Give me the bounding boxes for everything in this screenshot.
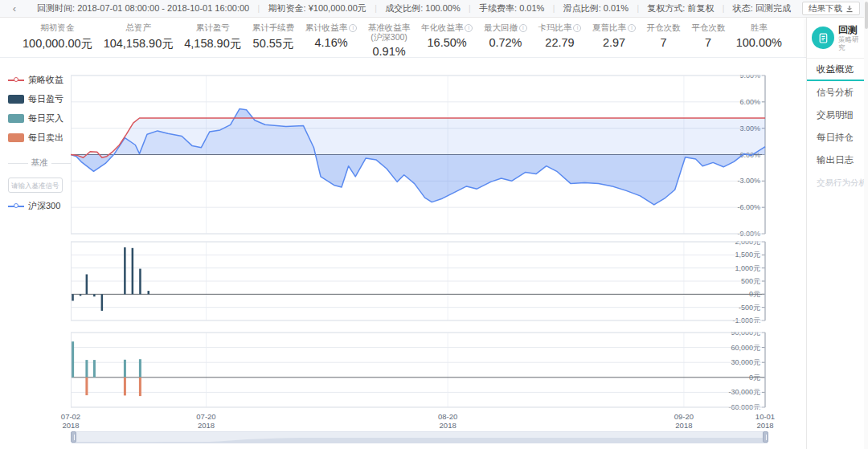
datazoom-left-handle[interactable] — [71, 431, 76, 443]
returns-chart[interactable]: 9.00%6.00%3.00%0.00%-3.00%-6.00%-9.00% — [71, 75, 797, 236]
benchmark-divider: 基准 — [8, 157, 71, 169]
stat-item: 开仓次数7 — [647, 22, 681, 57]
y-tick-label: 0元 — [749, 373, 760, 382]
y-tick-label: -500元 — [739, 304, 760, 312]
legend-label: 每日卖出 — [28, 132, 63, 144]
stat-label: 最大回撤i — [484, 22, 527, 33]
sidebar-item-每日持仓[interactable]: 每日持仓 — [807, 126, 864, 149]
topbar-param: 状态: 回测完成 — [733, 2, 791, 14]
bar-每日买入 — [93, 360, 96, 378]
topbar-param-value: 回测完成 — [755, 3, 791, 13]
stat-sublabel: (沪深300) — [371, 33, 407, 42]
y-tick-label: 1,000元 — [735, 264, 760, 272]
topbar-param-value: 100.00% — [425, 3, 460, 13]
legend-item-每日盈亏[interactable]: 每日盈亏 — [8, 93, 71, 105]
info-icon[interactable]: i — [628, 24, 636, 32]
legend-item-策略收益[interactable]: 策略收益 — [8, 74, 71, 86]
vertical-scrollbar[interactable] — [864, 0, 868, 449]
stat-label: 开仓次数 — [647, 22, 681, 33]
sidebar-menu: 收益概览信号分析交易明细每日持仓输出日志交易行为分析 — [807, 59, 864, 194]
stat-item: 最大回撤i0.72% — [484, 22, 527, 57]
stat-label: 夏普比率i — [592, 22, 636, 33]
info-icon[interactable]: i — [465, 24, 473, 32]
stat-label: 累计手续费 — [252, 22, 295, 33]
daily-trade-chart[interactable]: 90,000元60,000元30,000元0元-30,000元-60,000元 — [71, 332, 797, 410]
topbar: ‹ 回测时间: 2018-07-01 08:00:00 - 2018-10-01… — [0, 0, 868, 18]
topbar-param: 滑点比例: 0.01% — [563, 2, 628, 14]
y-tick-label: 1,500元 — [735, 251, 760, 259]
topbar-param-label: 回测时间: — [37, 3, 77, 13]
legend-item-沪深300[interactable]: 沪深300 — [8, 200, 71, 212]
download-icon — [845, 5, 854, 13]
legend-label: 每日买入 — [28, 112, 63, 124]
y-tick-label: 30,000元 — [731, 358, 760, 366]
stat-label: 胜率 — [751, 22, 768, 33]
y-tick-label: -1,000元 — [732, 316, 760, 323]
datazoom-right-handle[interactable] — [763, 431, 768, 443]
stat-label: 期初资金 — [41, 22, 75, 33]
stat-value: 0.72% — [489, 36, 522, 49]
back-chevron-icon[interactable]: ‹ — [0, 0, 29, 18]
x-tick-label: 08-202018 — [438, 412, 457, 430]
info-icon[interactable]: i — [573, 24, 581, 32]
legend-item-每日卖出[interactable]: 每日卖出 — [8, 132, 71, 144]
vertical-scrollbar-thumb[interactable] — [865, 2, 868, 29]
x-tick-label: 07-202018 — [196, 412, 215, 430]
x-axis-labels: 07-02201807-20201808-20201809-20201810-0… — [71, 412, 765, 431]
stat-item: 累计收益率i4.16% — [305, 22, 358, 57]
topbar-param-value: 0.01% — [604, 3, 628, 13]
stat-label: 总资产 — [125, 22, 151, 33]
download-button-label: 结果下载 — [809, 3, 842, 14]
sidebar-item-输出日志[interactable]: 输出日志 — [807, 149, 864, 171]
separator: | — [258, 4, 260, 13]
stat-value: 100,000.00元 — [23, 36, 92, 51]
legend-label: 策略收益 — [28, 74, 63, 86]
swatch-icon — [8, 114, 24, 123]
info-icon[interactable]: i — [519, 24, 527, 32]
topbar-param-value: 前复权 — [687, 3, 714, 13]
legend-item-每日买入[interactable]: 每日买入 — [8, 112, 71, 124]
legend-label: 每日盈亏 — [28, 93, 63, 105]
stat-value: 4.16% — [314, 36, 347, 49]
y-tick-label: -60,000元 — [728, 403, 760, 410]
sidebar-item-交易明细[interactable]: 交易明细 — [807, 104, 864, 126]
topbar-param-value: 0.01% — [519, 3, 544, 13]
sidebar-header: 回测 策略研究 — [807, 18, 864, 59]
legend-label: 沪深300 — [28, 200, 60, 212]
stat-value: 2.97 — [603, 36, 625, 49]
topbar-param-label: 成交比例: — [385, 3, 425, 13]
sidebar-item-信号分析[interactable]: 信号分析 — [807, 81, 864, 104]
sidebar-item-收益概览[interactable]: 收益概览 — [807, 59, 864, 81]
stat-item: 期初资金100,000.00元 — [23, 22, 92, 57]
benchmark-signal-input[interactable] — [8, 178, 63, 193]
stat-value: 7 — [661, 36, 667, 49]
topbar-param-value: 2018-07-01 08:00:00 - 2018-10-01 16:00:0… — [77, 3, 249, 13]
y-tick-label: 6.00% — [739, 98, 760, 106]
x-tick-label: 07-022018 — [61, 412, 80, 430]
download-results-button[interactable]: 结果下载 — [802, 2, 860, 15]
stat-value: 104,158.90元 — [104, 36, 174, 51]
info-icon[interactable]: i — [349, 24, 357, 32]
bar-每日盈亏 — [93, 294, 96, 296]
datazoom-slider[interactable] — [71, 431, 768, 443]
stat-item: 累计盈亏4,158.90元 — [184, 22, 241, 57]
datazoom-overview-wave — [72, 434, 768, 443]
daily-pnl-chart[interactable]: 2,000元1,500元1,000元500元0元-500元-1,000元 — [71, 241, 797, 323]
y-tick-label: 60,000元 — [731, 344, 760, 352]
topbar-param-label: 滑点比例: — [563, 3, 604, 13]
bar-每日盈亏 — [80, 294, 82, 296]
stat-label: 年化收益率i — [421, 22, 473, 33]
separator: | — [637, 4, 639, 13]
stat-value: 22.79 — [545, 36, 574, 49]
topbar-param: 复权方式: 前复权 — [647, 2, 714, 14]
stat-item: 夏普比率i2.97 — [592, 22, 636, 57]
y-tick-label: -9.00% — [737, 230, 760, 236]
backtest-report-page: ‹ 回测时间: 2018-07-01 08:00:00 - 2018-10-01… — [0, 0, 868, 449]
stat-value: 4,158.90元 — [184, 36, 241, 51]
stat-label: 平仓次数 — [691, 22, 725, 33]
sidebar-item-交易行为分析: 交易行为分析 — [807, 171, 864, 194]
stat-item: 平仓次数7 — [691, 22, 725, 57]
bar-每日盈亏 — [132, 248, 134, 295]
right-sidebar: 回测 策略研究 收益概览信号分析交易明细每日持仓输出日志交易行为分析 — [806, 18, 864, 449]
stat-value: 50.55元 — [253, 36, 294, 51]
